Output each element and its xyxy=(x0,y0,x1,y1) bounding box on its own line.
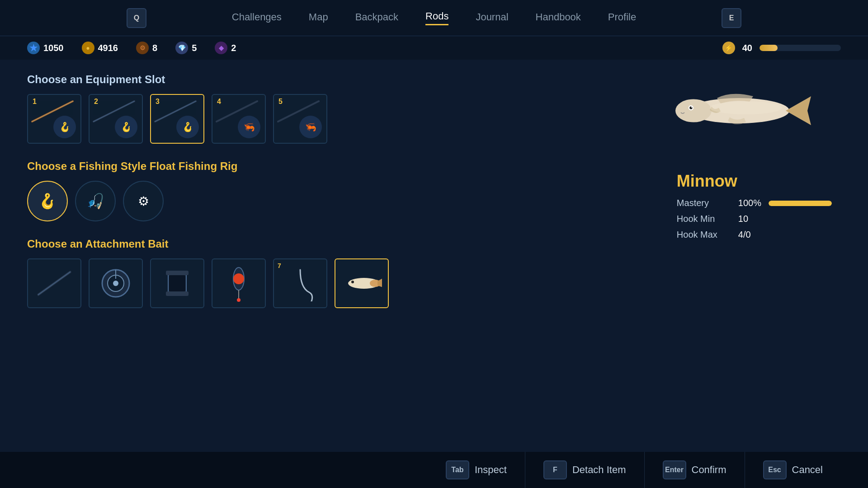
fish-display-area xyxy=(660,77,832,145)
silver-icon: 💎 xyxy=(175,42,188,54)
f-key: F xyxy=(543,460,567,479)
equipment-slot-2[interactable]: 2 🪝 xyxy=(89,94,143,144)
star-icon: ★ xyxy=(27,42,40,54)
attach-line-icon xyxy=(159,265,195,301)
q-nav-button[interactable]: Q xyxy=(127,8,146,28)
confirm-label: Confirm xyxy=(692,464,726,476)
energy-icon: ⚡ xyxy=(722,42,735,54)
style-spin[interactable]: 🎣 xyxy=(75,181,116,221)
energy-bar-fill xyxy=(760,45,778,51)
top-navigation: Q Challenges Map Backpack Rods Journal H… xyxy=(0,0,868,36)
gold-stat: ● 4916 xyxy=(82,42,118,54)
svg-point-12 xyxy=(113,281,118,286)
inspect-action: Tab Inspect xyxy=(428,452,525,488)
svg-point-29 xyxy=(691,107,692,108)
attach-rod-icon xyxy=(36,267,72,299)
gold-coin-icon: ● xyxy=(82,42,94,54)
attach-minnow-icon xyxy=(341,272,382,295)
nav-map[interactable]: Map xyxy=(309,11,328,25)
esc-key: Esc xyxy=(763,460,787,479)
status-bar: ★ 1050 ● 4916 ⚙ 8 💎 5 ◆ 2 ⚡ 40 xyxy=(0,36,868,60)
attach-minnow[interactable] xyxy=(335,258,389,308)
svg-point-24 xyxy=(351,281,354,283)
attach-hook[interactable]: 7 xyxy=(273,258,327,308)
hook-min-row: Hook Min 10 xyxy=(677,214,832,224)
item-detail-panel: Minnow Mastery 100% Hook Min 10 Hook Max… xyxy=(677,172,832,240)
bottom-action-bar: Tab Inspect F Detach Item Enter Confirm … xyxy=(0,452,868,488)
equipment-slot-4[interactable]: 4 🦐 xyxy=(212,94,266,144)
equipment-slot-3[interactable]: 3 🪝 xyxy=(150,94,204,144)
attach-float-icon xyxy=(227,263,250,304)
svg-point-19 xyxy=(233,273,244,284)
energy-bar xyxy=(760,45,841,51)
cancel-action: Esc Cancel xyxy=(745,452,841,488)
item-name: Minnow xyxy=(677,172,832,191)
e-nav-button[interactable]: E xyxy=(722,8,741,28)
svg-point-30 xyxy=(710,101,782,114)
star-stat: ★ 1050 xyxy=(27,42,64,54)
attach-reel-icon xyxy=(98,265,134,301)
silver-stat: 💎 5 xyxy=(175,42,197,54)
attach-reel[interactable] xyxy=(89,258,143,308)
attach-hook-icon xyxy=(287,265,314,301)
attach-float[interactable] xyxy=(212,258,266,308)
nav-rods[interactable]: Rods xyxy=(425,10,448,25)
nav-profile[interactable]: Profile xyxy=(608,11,636,25)
bronze-icon: ⚙ xyxy=(136,42,149,54)
nav-challenges[interactable]: Challenges xyxy=(232,11,282,25)
mastery-bar xyxy=(769,201,832,206)
item-stats: Mastery 100% Hook Min 10 Hook Max 4/0 xyxy=(677,198,832,240)
equipment-slot-5[interactable]: 5 🦐 xyxy=(273,94,327,144)
attach-rod[interactable] xyxy=(27,258,81,308)
detach-label: Detach Item xyxy=(572,464,626,476)
attachment-section: Choose an Attachment Bait xyxy=(27,238,841,308)
svg-rect-15 xyxy=(166,271,189,275)
attachment-slots: 7 xyxy=(27,258,841,308)
nav-journal[interactable]: Journal xyxy=(476,11,508,25)
mastery-row: Mastery 100% xyxy=(677,198,832,208)
purple-stat: ◆ 2 xyxy=(215,42,236,54)
hook-max-row: Hook Max 4/0 xyxy=(677,230,832,240)
detach-action: F Detach Item xyxy=(525,452,644,488)
svg-rect-16 xyxy=(166,291,189,296)
confirm-action: Enter Confirm xyxy=(644,452,745,488)
cancel-label: Cancel xyxy=(792,464,823,476)
tab-key: Tab xyxy=(446,460,469,479)
inspect-label: Inspect xyxy=(475,464,507,476)
style-float[interactable]: 🪝 xyxy=(27,181,68,221)
bronze-stat: ⚙ 8 xyxy=(136,42,157,54)
fishing-style-title: Choose a Fishing Style Float Fishing Rig xyxy=(27,160,841,173)
nav-menu: Challenges Map Backpack Rods Journal Han… xyxy=(232,10,636,25)
nav-backpack[interactable]: Backpack xyxy=(355,11,398,25)
enter-key: Enter xyxy=(663,460,686,479)
nav-handbook[interactable]: Handbook xyxy=(536,11,581,25)
energy-area: ⚡ 40 xyxy=(722,42,841,54)
fish-image xyxy=(674,88,818,133)
equipment-slot-1[interactable]: 1 🪝 xyxy=(27,94,81,144)
svg-point-21 xyxy=(237,298,241,302)
svg-line-9 xyxy=(38,272,70,295)
svg-point-26 xyxy=(675,99,712,122)
svg-rect-17 xyxy=(169,275,185,291)
mastery-fill xyxy=(769,201,832,206)
attach-line[interactable] xyxy=(150,258,204,308)
style-other[interactable]: ⚙ xyxy=(123,181,164,221)
purple-icon: ◆ xyxy=(215,42,227,54)
